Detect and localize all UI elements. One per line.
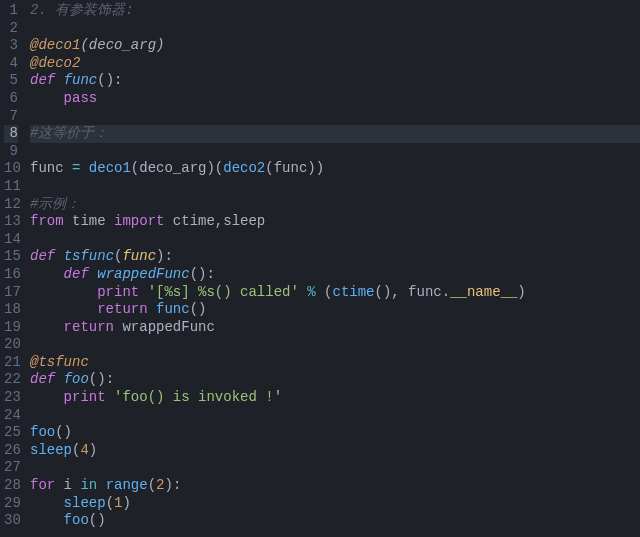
line-number: 7 xyxy=(4,108,18,126)
code-token: ) xyxy=(89,442,97,458)
code-token: ) xyxy=(156,37,164,53)
code-area[interactable]: 2. 有参装饰器: @deco1(deco_arg)@deco2def func… xyxy=(26,0,640,532)
code-token xyxy=(30,495,64,511)
code-line[interactable]: sleep(1) xyxy=(30,495,640,513)
line-number: 19 xyxy=(4,319,18,337)
code-token: sleep xyxy=(64,495,106,511)
code-token: tsfunc xyxy=(64,248,114,264)
code-line[interactable]: #示例： xyxy=(30,196,640,214)
code-line[interactable]: pass xyxy=(30,90,640,108)
code-token: (): xyxy=(97,72,122,88)
code-line[interactable] xyxy=(30,459,640,477)
code-line[interactable]: 2. 有参装饰器: xyxy=(30,2,640,20)
code-editor[interactable]: 1234567891011121314151617181920212223242… xyxy=(0,0,640,532)
code-token: ) xyxy=(517,284,525,300)
code-token: def xyxy=(30,248,55,264)
code-token: range xyxy=(106,477,148,493)
code-line[interactable] xyxy=(30,231,640,249)
code-token: % xyxy=(307,284,315,300)
code-token: ( xyxy=(106,495,114,511)
code-line[interactable]: return wrappedFunc xyxy=(30,319,640,337)
code-line[interactable] xyxy=(30,336,640,354)
code-line[interactable]: for i in range(2): xyxy=(30,477,640,495)
code-token: () xyxy=(190,301,207,317)
code-line[interactable]: from time import ctime,sleep xyxy=(30,213,640,231)
code-token xyxy=(80,160,88,176)
code-line[interactable] xyxy=(30,178,640,196)
code-token: foo xyxy=(64,371,89,387)
code-token: (): xyxy=(89,371,114,387)
code-token: #示例： xyxy=(30,196,80,212)
code-token: @tsfunc xyxy=(30,354,89,370)
line-number: 16 xyxy=(4,266,18,284)
code-token: 'foo() is invoked !' xyxy=(114,389,282,405)
code-line[interactable]: def wrappedFunc(): xyxy=(30,266,640,284)
code-token: deco1 xyxy=(89,160,131,176)
line-number: 15 xyxy=(4,248,18,266)
code-line[interactable]: @tsfunc xyxy=(30,354,640,372)
code-token: def xyxy=(30,371,55,387)
code-line[interactable]: def tsfunc(func): xyxy=(30,248,640,266)
code-line[interactable]: print '[%s] %s() called' % (ctime(), fun… xyxy=(30,284,640,302)
line-number: 26 xyxy=(4,442,18,460)
code-token: import xyxy=(114,213,164,229)
code-line[interactable]: def func(): xyxy=(30,72,640,90)
code-line[interactable]: foo() xyxy=(30,512,640,530)
code-token: @deco1 xyxy=(30,37,80,53)
code-token: '[%s] %s() called' xyxy=(148,284,299,300)
line-number: 5 xyxy=(4,72,18,90)
code-line[interactable] xyxy=(30,143,640,161)
code-line[interactable]: sleep(4) xyxy=(30,442,640,460)
code-line[interactable] xyxy=(30,20,640,38)
code-token: (func)) xyxy=(265,160,324,176)
code-line[interactable]: @deco1(deco_arg) xyxy=(30,37,640,55)
code-token: __name__ xyxy=(450,284,517,300)
code-token: ): xyxy=(164,477,181,493)
code-token: @deco2 xyxy=(30,55,80,71)
code-line[interactable]: #这等价于： xyxy=(30,125,640,143)
line-number: 4 xyxy=(4,55,18,73)
line-number: 6 xyxy=(4,90,18,108)
line-number: 27 xyxy=(4,459,18,477)
code-line[interactable]: return func() xyxy=(30,301,640,319)
code-token: ): xyxy=(156,248,173,264)
code-token xyxy=(55,248,63,264)
code-line[interactable] xyxy=(30,108,640,126)
code-token: ) xyxy=(122,495,130,511)
code-token xyxy=(89,266,97,282)
code-line[interactable]: @deco2 xyxy=(30,55,640,73)
code-token xyxy=(30,266,64,282)
code-token: return xyxy=(64,319,114,335)
code-line[interactable]: print 'foo() is invoked !' xyxy=(30,389,640,407)
line-number: 8 xyxy=(4,125,18,143)
code-token xyxy=(30,319,64,335)
code-token: (deco_arg)( xyxy=(131,160,223,176)
code-line[interactable]: func = deco1(deco_arg)(deco2(func)) xyxy=(30,160,640,178)
code-token: () xyxy=(89,512,106,528)
code-line[interactable]: foo() xyxy=(30,424,640,442)
code-token: () xyxy=(55,424,72,440)
code-token: ctime xyxy=(333,284,375,300)
line-number: 17 xyxy=(4,284,18,302)
line-number: 9 xyxy=(4,143,18,161)
code-token: 2. 有参装饰器: xyxy=(30,2,134,18)
code-token xyxy=(30,284,97,300)
code-token xyxy=(30,512,64,528)
code-token: (), func. xyxy=(375,284,451,300)
code-token: i xyxy=(55,477,80,493)
code-token: from xyxy=(30,213,64,229)
code-token: print xyxy=(64,389,106,405)
code-line[interactable] xyxy=(30,407,640,425)
code-token xyxy=(30,90,64,106)
code-token xyxy=(106,389,114,405)
line-number: 13 xyxy=(4,213,18,231)
code-token: return xyxy=(97,301,147,317)
code-line[interactable]: def foo(): xyxy=(30,371,640,389)
line-number: 24 xyxy=(4,407,18,425)
code-token xyxy=(30,389,64,405)
code-token: ctime,sleep xyxy=(164,213,265,229)
code-token: deco_arg xyxy=(89,37,156,53)
line-number: 18 xyxy=(4,301,18,319)
code-token: #这等价于： xyxy=(30,125,108,141)
code-token xyxy=(139,284,147,300)
